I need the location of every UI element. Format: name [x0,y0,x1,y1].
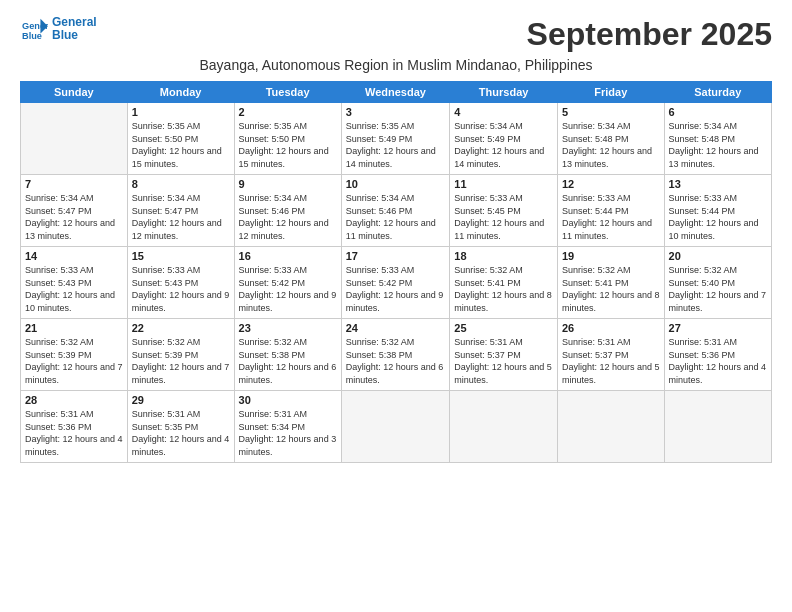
logo-icon: General Blue [20,17,48,41]
logo-line2: Blue [52,29,97,42]
day-info: Sunrise: 5:33 AMSunset: 5:45 PMDaylight:… [454,192,553,242]
day-info: Sunrise: 5:31 AMSunset: 5:34 PMDaylight:… [239,408,337,458]
calendar-cell [450,391,558,463]
day-info: Sunrise: 5:32 AMSunset: 5:38 PMDaylight:… [346,336,446,386]
calendar-cell: 28Sunrise: 5:31 AMSunset: 5:36 PMDayligh… [21,391,128,463]
calendar-cell: 8Sunrise: 5:34 AMSunset: 5:47 PMDaylight… [127,175,234,247]
header: General Blue General Blue September 2025 [20,16,772,53]
calendar-cell: 21Sunrise: 5:32 AMSunset: 5:39 PMDayligh… [21,319,128,391]
day-number: 13 [669,178,767,190]
calendar-header-sunday: Sunday [21,82,128,103]
calendar-cell: 29Sunrise: 5:31 AMSunset: 5:35 PMDayligh… [127,391,234,463]
calendar-cell: 2Sunrise: 5:35 AMSunset: 5:50 PMDaylight… [234,103,341,175]
day-info: Sunrise: 5:34 AMSunset: 5:48 PMDaylight:… [562,120,660,170]
day-info: Sunrise: 5:34 AMSunset: 5:48 PMDaylight:… [669,120,767,170]
calendar-cell: 12Sunrise: 5:33 AMSunset: 5:44 PMDayligh… [557,175,664,247]
calendar-table: SundayMondayTuesdayWednesdayThursdayFrid… [20,81,772,463]
calendar-cell: 16Sunrise: 5:33 AMSunset: 5:42 PMDayligh… [234,247,341,319]
day-info: Sunrise: 5:31 AMSunset: 5:35 PMDaylight:… [132,408,230,458]
month-title: September 2025 [527,16,772,53]
calendar-cell: 6Sunrise: 5:34 AMSunset: 5:48 PMDaylight… [664,103,771,175]
day-info: Sunrise: 5:34 AMSunset: 5:47 PMDaylight:… [25,192,123,242]
calendar-cell: 15Sunrise: 5:33 AMSunset: 5:43 PMDayligh… [127,247,234,319]
day-info: Sunrise: 5:33 AMSunset: 5:43 PMDaylight:… [25,264,123,314]
day-info: Sunrise: 5:35 AMSunset: 5:50 PMDaylight:… [132,120,230,170]
day-number: 16 [239,250,337,262]
day-number: 6 [669,106,767,118]
day-number: 25 [454,322,553,334]
calendar-cell: 3Sunrise: 5:35 AMSunset: 5:49 PMDaylight… [341,103,450,175]
day-number: 17 [346,250,446,262]
calendar-header-tuesday: Tuesday [234,82,341,103]
page: General Blue General Blue September 2025… [0,0,792,612]
calendar-cell: 27Sunrise: 5:31 AMSunset: 5:36 PMDayligh… [664,319,771,391]
day-number: 21 [25,322,123,334]
calendar-cell: 22Sunrise: 5:32 AMSunset: 5:39 PMDayligh… [127,319,234,391]
calendar-cell: 19Sunrise: 5:32 AMSunset: 5:41 PMDayligh… [557,247,664,319]
day-info: Sunrise: 5:33 AMSunset: 5:42 PMDaylight:… [239,264,337,314]
logo: General Blue General Blue [20,16,97,42]
calendar-cell: 7Sunrise: 5:34 AMSunset: 5:47 PMDaylight… [21,175,128,247]
svg-text:Blue: Blue [22,31,42,41]
day-info: Sunrise: 5:32 AMSunset: 5:39 PMDaylight:… [132,336,230,386]
day-info: Sunrise: 5:32 AMSunset: 5:40 PMDaylight:… [669,264,767,314]
day-number: 27 [669,322,767,334]
subtitle: Bayanga, Autonomous Region in Muslim Min… [20,57,772,73]
calendar-cell: 24Sunrise: 5:32 AMSunset: 5:38 PMDayligh… [341,319,450,391]
day-number: 24 [346,322,446,334]
day-number: 28 [25,394,123,406]
day-number: 7 [25,178,123,190]
calendar-cell: 1Sunrise: 5:35 AMSunset: 5:50 PMDaylight… [127,103,234,175]
calendar-cell: 17Sunrise: 5:33 AMSunset: 5:42 PMDayligh… [341,247,450,319]
day-number: 8 [132,178,230,190]
day-info: Sunrise: 5:32 AMSunset: 5:39 PMDaylight:… [25,336,123,386]
day-number: 2 [239,106,337,118]
calendar-header-monday: Monday [127,82,234,103]
calendar-cell [664,391,771,463]
day-number: 3 [346,106,446,118]
day-number: 30 [239,394,337,406]
day-number: 1 [132,106,230,118]
day-info: Sunrise: 5:31 AMSunset: 5:37 PMDaylight:… [562,336,660,386]
day-info: Sunrise: 5:32 AMSunset: 5:38 PMDaylight:… [239,336,337,386]
day-info: Sunrise: 5:31 AMSunset: 5:36 PMDaylight:… [25,408,123,458]
day-number: 15 [132,250,230,262]
day-info: Sunrise: 5:32 AMSunset: 5:41 PMDaylight:… [454,264,553,314]
day-number: 10 [346,178,446,190]
day-number: 4 [454,106,553,118]
calendar-cell: 4Sunrise: 5:34 AMSunset: 5:49 PMDaylight… [450,103,558,175]
calendar-header-thursday: Thursday [450,82,558,103]
calendar-cell: 11Sunrise: 5:33 AMSunset: 5:45 PMDayligh… [450,175,558,247]
calendar-week-4: 21Sunrise: 5:32 AMSunset: 5:39 PMDayligh… [21,319,772,391]
day-number: 5 [562,106,660,118]
calendar-week-3: 14Sunrise: 5:33 AMSunset: 5:43 PMDayligh… [21,247,772,319]
calendar-cell: 18Sunrise: 5:32 AMSunset: 5:41 PMDayligh… [450,247,558,319]
calendar-week-1: 1Sunrise: 5:35 AMSunset: 5:50 PMDaylight… [21,103,772,175]
calendar-header-row: SundayMondayTuesdayWednesdayThursdayFrid… [21,82,772,103]
day-number: 12 [562,178,660,190]
calendar-cell [21,103,128,175]
day-info: Sunrise: 5:34 AMSunset: 5:46 PMDaylight:… [346,192,446,242]
calendar-week-5: 28Sunrise: 5:31 AMSunset: 5:36 PMDayligh… [21,391,772,463]
day-info: Sunrise: 5:32 AMSunset: 5:41 PMDaylight:… [562,264,660,314]
calendar-cell: 30Sunrise: 5:31 AMSunset: 5:34 PMDayligh… [234,391,341,463]
calendar-cell: 23Sunrise: 5:32 AMSunset: 5:38 PMDayligh… [234,319,341,391]
day-info: Sunrise: 5:33 AMSunset: 5:42 PMDaylight:… [346,264,446,314]
day-info: Sunrise: 5:31 AMSunset: 5:36 PMDaylight:… [669,336,767,386]
day-number: 19 [562,250,660,262]
calendar-cell: 26Sunrise: 5:31 AMSunset: 5:37 PMDayligh… [557,319,664,391]
day-info: Sunrise: 5:35 AMSunset: 5:49 PMDaylight:… [346,120,446,170]
day-info: Sunrise: 5:33 AMSunset: 5:43 PMDaylight:… [132,264,230,314]
calendar-week-2: 7Sunrise: 5:34 AMSunset: 5:47 PMDaylight… [21,175,772,247]
day-info: Sunrise: 5:35 AMSunset: 5:50 PMDaylight:… [239,120,337,170]
calendar-cell: 9Sunrise: 5:34 AMSunset: 5:46 PMDaylight… [234,175,341,247]
calendar-cell: 5Sunrise: 5:34 AMSunset: 5:48 PMDaylight… [557,103,664,175]
day-info: Sunrise: 5:34 AMSunset: 5:46 PMDaylight:… [239,192,337,242]
calendar-cell: 25Sunrise: 5:31 AMSunset: 5:37 PMDayligh… [450,319,558,391]
calendar-cell: 10Sunrise: 5:34 AMSunset: 5:46 PMDayligh… [341,175,450,247]
calendar-cell [341,391,450,463]
day-number: 20 [669,250,767,262]
calendar-header-friday: Friday [557,82,664,103]
day-number: 14 [25,250,123,262]
day-info: Sunrise: 5:34 AMSunset: 5:49 PMDaylight:… [454,120,553,170]
